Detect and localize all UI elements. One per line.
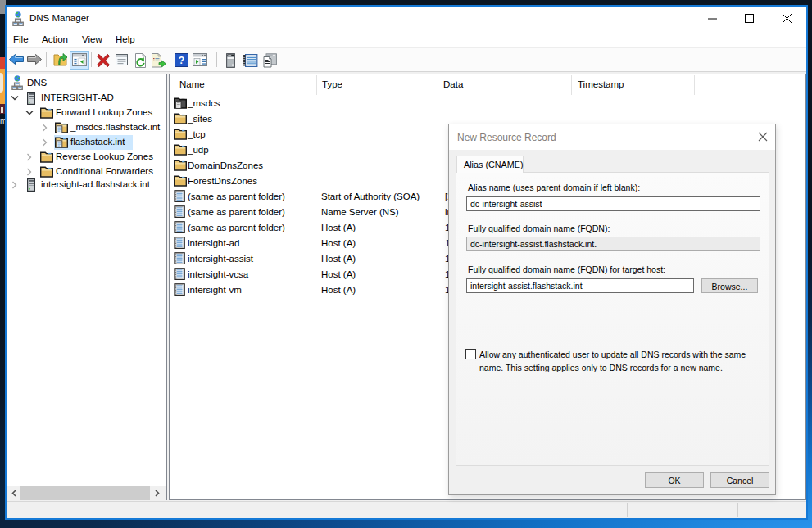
svg-text:?: ? bbox=[179, 55, 184, 66]
